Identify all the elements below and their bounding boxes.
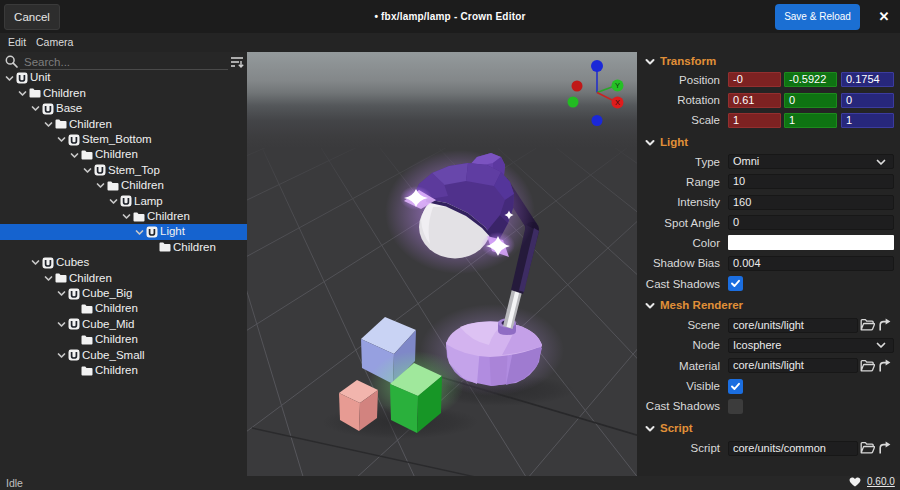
svg-text:Y: Y (615, 81, 620, 90)
svg-text:X: X (615, 98, 620, 107)
